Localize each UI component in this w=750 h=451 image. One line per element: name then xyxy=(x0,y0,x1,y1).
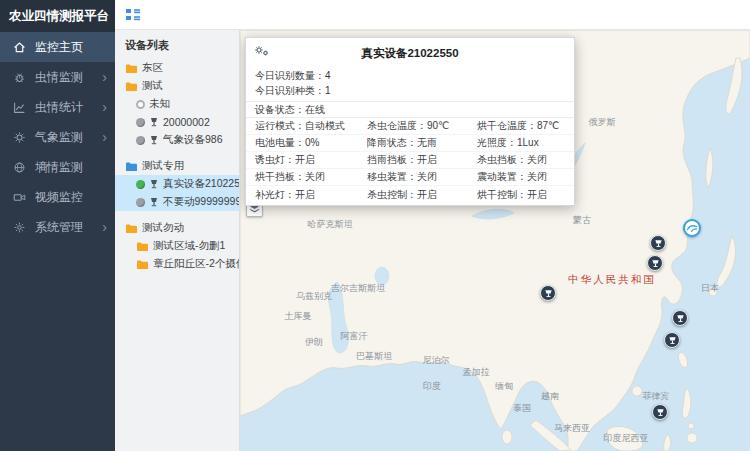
device-stat: 电池电量：0% xyxy=(255,136,367,150)
map-place-label: 俄罗斯 xyxy=(589,116,616,129)
device-icon xyxy=(149,179,159,189)
tree-device[interactable]: 气象设备986 xyxy=(115,131,239,149)
sidebar-item-label: 虫情监测 xyxy=(35,69,83,86)
map-place-label: 吉尔吉斯斯坦 xyxy=(331,282,385,295)
tree-item-label: 测试专用 xyxy=(142,159,184,173)
device-marker[interactable] xyxy=(647,255,663,271)
map-place-label: 印度尼西亚 xyxy=(604,432,649,445)
gear-icon xyxy=(12,220,27,235)
map-place-label: 泰国 xyxy=(513,402,531,415)
tree-folder[interactable]: 东区 xyxy=(115,59,239,77)
sidebar-item-bug[interactable]: 虫情监测› xyxy=(0,62,115,92)
tree-item-label: 测试区域-勿删1 xyxy=(153,239,225,253)
bug-icon xyxy=(12,70,27,85)
video-icon xyxy=(12,190,27,205)
tree-list-icon[interactable] xyxy=(125,7,141,23)
chevron-right-icon: › xyxy=(102,130,107,144)
tree-folder[interactable]: 测试区域-勿删1 xyxy=(115,237,239,255)
popup-count-row: 今日识别种类：1 xyxy=(246,83,574,98)
map-place-label: 日本 xyxy=(701,282,719,295)
device-list-panel: 设备列表 东区测试未知20000002气象设备986测试专用真实设备210225… xyxy=(115,30,240,451)
device-stat: 光照度：1Lux xyxy=(477,136,574,150)
map-place-label: 巴基斯坦 xyxy=(356,350,392,363)
sidebar-item-video[interactable]: 视频监控 xyxy=(0,182,115,212)
weather-icon xyxy=(12,130,27,145)
tree-item-label: 东区 xyxy=(142,61,163,75)
map-canvas[interactable]: 俄罗斯新西伯利亚哈萨克斯坦蒙古中华人民共和国吉尔吉斯斯坦乌兹别克土库曼伊朗阿富汗… xyxy=(240,30,750,451)
device-marker[interactable] xyxy=(540,285,556,301)
map-place-label: 乌兹别克 xyxy=(296,290,332,303)
radio-icon xyxy=(136,100,145,109)
tree-device[interactable]: 真实设备21022550 xyxy=(115,175,239,193)
map-place-label: 菲律宾 xyxy=(643,390,670,403)
sidebar-item-chart[interactable]: 虫情统计› xyxy=(0,92,115,122)
device-icon xyxy=(149,135,159,145)
sidebar-item-gear[interactable]: 系统管理› xyxy=(0,212,115,242)
popup-count-row: 今日识别数量：4 xyxy=(246,68,574,83)
device-stat: 烘干挡板：关闭 xyxy=(255,170,367,184)
device-stat: 杀虫控制：开启 xyxy=(367,188,477,202)
chevron-right-icon: › xyxy=(102,100,107,114)
tree-folder[interactable]: 测试专用 xyxy=(115,157,239,175)
trap-icon xyxy=(654,239,663,248)
tree-item-label: 章丘阳丘区-2个摄像头 xyxy=(153,257,239,271)
sidebar-item-label: 虫情统计 xyxy=(35,99,83,116)
folder-icon xyxy=(136,259,149,270)
sidebar-menu: 监控主页虫情监测›虫情统计›气象监测›墒情监测视频监控系统管理› xyxy=(0,32,115,242)
cluster-marker[interactable] xyxy=(683,219,701,237)
folder-icon xyxy=(125,223,138,234)
status-dot xyxy=(136,198,145,207)
tree-device[interactable]: 未知 xyxy=(115,95,239,113)
trap-icon xyxy=(656,408,665,417)
tree-folder[interactable]: 测试 xyxy=(115,77,239,95)
tree-item-label: 未知 xyxy=(149,97,170,111)
map-place-label: 孟加拉 xyxy=(463,366,490,379)
trap-icon xyxy=(544,289,553,298)
device-status-row: 设备状态：在线 xyxy=(246,101,574,118)
trap-icon xyxy=(676,314,685,323)
status-dot xyxy=(136,136,145,145)
device-marker[interactable] xyxy=(672,310,688,326)
settings-gear-icon[interactable] xyxy=(254,45,269,57)
device-stat-row: 烘干挡板：关闭移虫装置：关闭震动装置：关闭 xyxy=(246,169,574,186)
sidebar-item-globe[interactable]: 墒情监测 xyxy=(0,152,115,182)
device-stat: 杀虫挡板：关闭 xyxy=(477,153,574,167)
status-dot xyxy=(136,118,145,127)
tree-folder[interactable]: 章丘阳丘区-2个摄像头 xyxy=(115,255,239,273)
chevron-right-icon: › xyxy=(102,70,107,84)
tree-item-label: 真实设备21022550 xyxy=(163,177,239,191)
tree-folder[interactable]: 测试勿动 xyxy=(115,219,239,237)
device-stat-row: 诱虫灯：开启挡雨挡板：开启杀虫挡板：关闭 xyxy=(246,152,574,169)
sidebar-item-home[interactable]: 监控主页 xyxy=(0,32,115,62)
device-tree: 东区测试未知20000002气象设备986测试专用真实设备21022550不要动… xyxy=(115,59,239,273)
device-stat: 杀虫仓温度：90℃ xyxy=(367,119,477,133)
sidebar-item-label: 视频监控 xyxy=(35,189,83,206)
folder-icon xyxy=(125,81,138,92)
tree-device[interactable]: 不要动99999999 xyxy=(115,193,239,211)
map-place-label: 蒙古 xyxy=(573,214,591,227)
map-place-label: 阿富汗 xyxy=(341,330,368,343)
tree-item-label: 20000002 xyxy=(163,116,210,128)
tree-item-label: 气象设备986 xyxy=(163,133,223,147)
map-place-label: 越南 xyxy=(541,390,559,403)
status-dot xyxy=(136,180,145,189)
device-stat: 震动装置：关闭 xyxy=(477,170,574,184)
sidebar-item-label: 气象监测 xyxy=(35,129,83,146)
folder-icon xyxy=(125,161,138,172)
popup-counts: 今日识别数量：4今日识别种类：1 xyxy=(246,67,574,101)
device-list-title: 设备列表 xyxy=(115,30,239,59)
map-place-label: 缅甸 xyxy=(495,380,513,393)
device-marker[interactable] xyxy=(664,332,680,348)
chart-icon xyxy=(12,100,27,115)
map-place-label: 哈萨克斯坦 xyxy=(308,218,353,231)
tree-device[interactable]: 20000002 xyxy=(115,113,239,131)
sidebar-item-weather[interactable]: 气象监测› xyxy=(0,122,115,152)
device-info-popup: 真实设备21022550 今日识别数量：4今日识别种类：1 设备状态：在线 运行… xyxy=(245,37,575,206)
device-icon xyxy=(149,117,159,127)
globe-icon xyxy=(12,160,27,175)
device-icon xyxy=(149,197,159,207)
device-marker[interactable] xyxy=(650,235,666,251)
device-marker[interactable] xyxy=(652,404,668,420)
device-stat: 补光灯：开启 xyxy=(255,188,367,202)
tree-item-label: 测试 xyxy=(142,79,163,93)
